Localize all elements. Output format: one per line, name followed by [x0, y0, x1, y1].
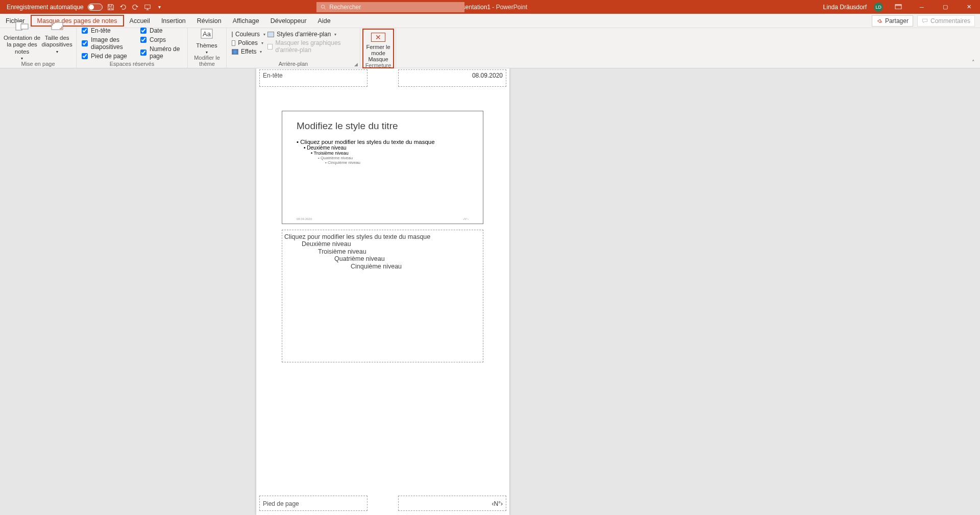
effects-icon	[232, 49, 238, 55]
checkbox-slide-image[interactable]: Image des diapositives	[82, 36, 136, 51]
bullet-level-4: • Quatrième niveau	[297, 156, 469, 160]
comment-icon	[922, 18, 928, 24]
search-icon	[321, 4, 326, 10]
background-styles-button[interactable]: Styles d'arrière-plan	[267, 31, 355, 38]
toggle-switch-icon	[88, 4, 103, 11]
tab-view[interactable]: Affichage	[227, 14, 265, 28]
notes-level-1: Cliquez pour modifier les styles du text…	[284, 233, 481, 240]
search-input[interactable]	[329, 4, 460, 11]
dialog-launcher-icon[interactable]: ◢	[354, 62, 358, 67]
tab-developer[interactable]: Développeur	[265, 14, 312, 28]
chevron-down-icon: ▾	[56, 50, 58, 54]
slide-size-button[interactable]: Taille des diapositives ▾	[41, 18, 73, 54]
ribbon: Orientation de la page des notes ▾ Taill…	[0, 28, 980, 68]
group-edit-theme: Aa Thèmes ▾ Modifier le thème	[188, 28, 227, 68]
autosave-label: Enregistrement automatique	[7, 4, 84, 11]
notes-level-3: Troisième niveau	[284, 248, 481, 255]
checkbox-footer[interactable]: Pied de page	[82, 53, 136, 60]
editing-canvas[interactable]: En-tête 08.09.2020 Modifiez le style du …	[0, 68, 980, 515]
qat-more-icon[interactable]: ▾	[156, 3, 164, 11]
checkbox-body[interactable]: Corps	[140, 36, 182, 43]
header-placeholder[interactable]: En-tête	[259, 69, 368, 87]
group-label-page-setup: Mise en page	[3, 61, 73, 68]
themes-icon: Aa	[199, 27, 215, 41]
user-name[interactable]: Linda Dräusdorf	[823, 4, 867, 11]
redo-icon[interactable]	[131, 3, 139, 11]
tab-help[interactable]: Aide	[312, 14, 336, 28]
svg-rect-4	[895, 4, 901, 6]
notes-body-placeholder[interactable]: Cliquez pour modifier les styles du text…	[282, 230, 483, 362]
svg-line-2	[324, 8, 326, 9]
notes-level-5: Cinquième niveau	[284, 263, 481, 270]
footer-placeholder[interactable]: Pied de page	[259, 496, 368, 511]
group-label-theme: Modifier le thème	[191, 55, 223, 68]
group-page-setup: Orientation de la page des notes ▾ Taill…	[0, 28, 77, 68]
thumb-page-number: ‹N°›	[463, 217, 469, 220]
share-button[interactable]: Partager	[872, 15, 913, 27]
chevron-down-icon: ▾	[206, 50, 208, 55]
orientation-icon	[14, 19, 30, 34]
hide-bg-graphics-checkbox: Masquer les graphiques d'arrière-plan	[267, 39, 355, 54]
group-label-placeholders: Espaces réservés	[80, 61, 184, 68]
bullet-level-5: • Cinquième niveau	[297, 160, 469, 165]
ribbon-display-icon[interactable]	[890, 0, 906, 14]
svg-point-1	[321, 5, 324, 8]
checkbox-icon	[267, 44, 273, 50]
notes-level-2: Deuxième niveau	[284, 240, 481, 248]
maximize-icon[interactable]: ▢	[937, 0, 953, 14]
group-placeholders: En-tête Image des diapositives Pied de p…	[77, 28, 188, 68]
svg-rect-0	[145, 5, 151, 8]
group-background: Couleurs Polices Effets Styles d'arrière…	[227, 28, 360, 68]
autosave-toggle[interactable]: Enregistrement automatique	[7, 4, 103, 11]
slide-size-icon	[49, 19, 65, 34]
effects-button[interactable]: Effets	[232, 48, 263, 55]
notes-level-4: Quatrième niveau	[284, 255, 481, 262]
present-icon[interactable]	[143, 3, 152, 11]
save-icon[interactable]	[107, 3, 115, 11]
chevron-down-icon: ▾	[21, 56, 23, 61]
undo-icon[interactable]	[119, 3, 127, 11]
notes-orientation-button[interactable]: Orientation de la page des notes ▾	[3, 18, 41, 61]
group-close: ✕ Fermer lemode Masque Fermeture	[360, 28, 396, 68]
collapse-ribbon-icon[interactable]: ˄	[972, 59, 975, 66]
fonts-icon	[232, 40, 235, 46]
title-bar: Enregistrement automatique ▾ Présentatio…	[0, 0, 980, 14]
slide-image-placeholder[interactable]: Modifiez le style du titre • Cliquez pou…	[282, 111, 483, 224]
bullet-level-3: • Troisième niveau	[297, 151, 469, 156]
checkbox-date[interactable]: Date	[140, 27, 182, 34]
svg-text:Aa: Aa	[203, 30, 211, 38]
notes-master-page[interactable]: En-tête 08.09.2020 Modifiez le style du …	[256, 68, 509, 515]
slide-title: Modifiez le style du titre	[297, 120, 469, 132]
share-icon	[876, 18, 883, 24]
date-placeholder[interactable]: 08.09.2020	[398, 69, 506, 87]
colors-icon	[232, 32, 233, 37]
colors-button[interactable]: Couleurs	[232, 31, 263, 38]
search-box[interactable]	[316, 2, 464, 12]
bullet-level-1: • Cliquez pour modifier les styles du te…	[297, 139, 469, 145]
close-master-button[interactable]: ✕ Fermer lemode Masque Fermeture	[362, 29, 394, 68]
group-label-background: Arrière-plan	[230, 61, 357, 68]
user-avatar[interactable]: LD	[874, 3, 883, 12]
checkbox-header[interactable]: En-tête	[82, 27, 136, 34]
page-number-placeholder[interactable]: ‹N°›	[398, 496, 506, 511]
svg-rect-6	[21, 24, 28, 29]
close-window-icon[interactable]: ✕	[961, 0, 977, 14]
checkbox-page-number[interactable]: Numéro de page	[140, 45, 182, 60]
thumb-date: 08.09.2020	[297, 217, 312, 220]
themes-button[interactable]: Aa Thèmes ▾	[191, 26, 223, 55]
close-icon: ✕	[371, 33, 385, 42]
fonts-button[interactable]: Polices	[232, 39, 263, 46]
bg-styles-icon	[267, 32, 274, 37]
comments-button[interactable]: Commentaires	[917, 15, 975, 27]
bullet-level-2: • Deuxième niveau	[297, 145, 469, 151]
minimize-icon[interactable]: ─	[914, 0, 930, 14]
